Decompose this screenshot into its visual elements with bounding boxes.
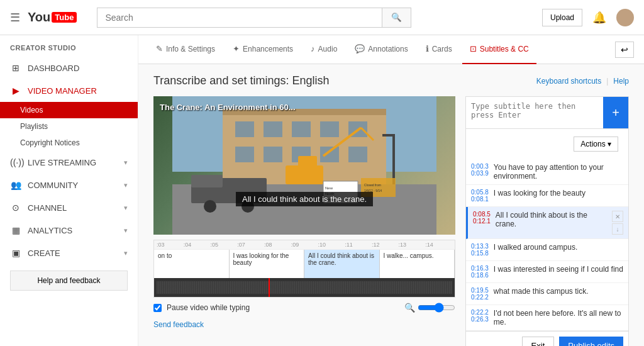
- sidebar-item-copyright[interactable]: Copyright Notices: [0, 135, 138, 151]
- timeline-clip-1[interactable]: on to: [154, 250, 230, 278]
- svg-rect-23: [382, 134, 395, 137]
- keyboard-shortcuts-link[interactable]: Keyboard shortcuts: [536, 77, 601, 86]
- subtitle-input-row: +: [466, 97, 628, 129]
- subtitle-times-1[interactable]: 0:00.30:03.9: [471, 163, 489, 177]
- subtitle-times-2[interactable]: 0:05.80:08.1: [471, 189, 489, 203]
- page-header-links: Keyboard shortcuts | Help: [536, 77, 629, 86]
- subtitle-item-3: 0:08.50:12.1 All I could think about is …: [466, 207, 628, 239]
- logo[interactable]: YouTube: [28, 10, 77, 25]
- topbar: ☰ YouTube 🔍 Upload 🔔: [0, 0, 644, 35]
- tab-enhancements[interactable]: ✦ Enhancements: [225, 35, 301, 64]
- svg-text:New: New: [325, 186, 333, 190]
- help-link[interactable]: Help: [613, 77, 629, 86]
- main-layout: CREATOR STUDIO ⊞ DASHBOARD ▶ VIDEO MANAG…: [0, 35, 644, 346]
- sidebar-label-create: CREATE: [28, 248, 118, 258]
- back-button[interactable]: ↩: [615, 42, 634, 58]
- search-input[interactable]: [97, 8, 382, 28]
- subtitle-item-5: 0:16.30:18.6 I was interested in seeing …: [466, 261, 628, 283]
- video-title-overlay: The Crane: An Environment in 60...: [160, 103, 296, 112]
- create-icon: ▣: [10, 248, 21, 258]
- zoom-slider[interactable]: [418, 303, 455, 313]
- bell-icon[interactable]: 🔔: [592, 11, 606, 25]
- timeline-clip-4[interactable]: I walke... campus.: [380, 250, 455, 278]
- sidebar-item-playlists[interactable]: Playlists: [0, 118, 138, 135]
- search-button[interactable]: 🔍: [382, 8, 411, 28]
- sidebar-item-analytics[interactable]: ▦ ANALYTICS ▾: [0, 219, 138, 242]
- community-arrow-icon: ▾: [124, 181, 128, 189]
- actions-button[interactable]: Actions ▾: [574, 137, 618, 152]
- sidebar-label-dashboard: DASHBOARD: [28, 64, 128, 73]
- subtitle-times-6[interactable]: 0:19.50:22.2: [471, 287, 489, 301]
- hamburger-icon[interactable]: ☰: [10, 11, 20, 25]
- send-feedback-link[interactable]: Send feedback: [153, 320, 204, 329]
- subtitle-item-2: 0:05.80:08.1 I was looking for the beaut…: [466, 185, 628, 207]
- sidebar-item-live[interactable]: ((·)) LIVE STREAMING ▾: [0, 151, 138, 174]
- tab-annotations-label: Annotations: [368, 45, 408, 53]
- page-inner: Transcribe and set timings: English Keyb…: [138, 64, 644, 346]
- logo-tube: Tube: [52, 12, 77, 23]
- subtitle-text-4[interactable]: I walked around campus.: [494, 243, 623, 252]
- subtitle-delete-button[interactable]: ✕: [612, 211, 623, 222]
- avatar[interactable]: [616, 9, 634, 26]
- tab-subtitles[interactable]: ⊡ Subtitles & CC: [462, 35, 536, 64]
- subtitle-text-3[interactable]: All I could think about is the crane.: [496, 211, 607, 228]
- subtitle-text-2[interactable]: I was looking for the beauty: [494, 189, 623, 198]
- community-icon: 👥: [10, 180, 21, 190]
- tab-info-label: Info & Settings: [166, 45, 215, 53]
- video-panel: New North Entrance Closed from 1/6/12 - …: [153, 96, 455, 346]
- sidebar-item-videos[interactable]: Videos: [0, 102, 138, 118]
- tab-annotations[interactable]: 💬 Annotations: [347, 35, 415, 64]
- subtitle-add-button[interactable]: +: [603, 97, 628, 128]
- exit-button[interactable]: Exit: [522, 337, 555, 346]
- page-title: Transcribe and set timings: English: [153, 74, 329, 87]
- subtitle-actions-3: ✕ ↓: [612, 211, 623, 235]
- subtitle-item-1: 0:00.30:03.9 You have to pay attention t…: [466, 159, 628, 185]
- sidebar-item-create[interactable]: ▣ CREATE ▾: [0, 242, 138, 264]
- tab-cards[interactable]: ℹ Cards: [418, 35, 460, 64]
- tabs-bar: ✎ Info & Settings ✦ Enhancements ♪ Audio…: [138, 35, 644, 64]
- subtitles-icon: ⊡: [470, 44, 477, 53]
- channel-arrow-icon: ▾: [124, 204, 128, 212]
- analytics-icon: ▦: [10, 225, 21, 235]
- svg-point-20: [204, 200, 216, 213]
- subtitle-item-7: 0:22.20:26.3 I'd not been here before. I…: [466, 305, 628, 331]
- subtitle-times-4[interactable]: 0:13.30:15.8: [471, 243, 489, 257]
- publish-button[interactable]: Publish edits: [559, 337, 623, 346]
- sidebar-label-community: COMMUNITY: [28, 181, 118, 190]
- subtitle-text-7[interactable]: I'd not been here before. It's all new t…: [494, 309, 623, 326]
- subtitle-item-6: 0:19.50:22.2 what made this campus tick.: [466, 283, 628, 305]
- topbar-right: Upload 🔔: [542, 9, 634, 26]
- upload-button[interactable]: Upload: [542, 9, 582, 26]
- svg-rect-9: [264, 147, 282, 162]
- sidebar-item-video-manager[interactable]: ▶ VIDEO MANAGER: [0, 79, 138, 102]
- svg-rect-19: [191, 175, 223, 187]
- sidebar-label-videos: Videos: [20, 106, 43, 114]
- sidebar-item-channel[interactable]: ⊙ CHANNEL ▾: [0, 196, 138, 219]
- subtitle-times-3[interactable]: 0:08.50:12.1: [473, 211, 491, 225]
- tab-audio-label: Audio: [318, 45, 338, 53]
- help-feedback-button[interactable]: Help and feedback: [10, 271, 128, 291]
- sidebar-item-community[interactable]: 👥 COMMUNITY ▾: [0, 174, 138, 196]
- timeline-clip-3[interactable]: All I could think about is the crane.: [304, 250, 380, 278]
- sidebar-item-dashboard[interactable]: ⊞ DASHBOARD: [0, 57, 138, 79]
- subtitle-times-5[interactable]: 0:16.30:18.6: [471, 265, 489, 279]
- timeline-clip-2[interactable]: I was looking for the beauty: [230, 250, 305, 278]
- tab-audio[interactable]: ♪ Audio: [303, 35, 345, 64]
- svg-rect-8: [235, 147, 254, 162]
- subtitle-text-6[interactable]: what made this campus tick.: [494, 287, 623, 296]
- zoom-out-icon[interactable]: 🔍: [404, 303, 415, 313]
- subtitle-item-4: 0:13.30:15.8 I walked around campus.: [466, 239, 628, 261]
- svg-rect-11: [320, 147, 339, 162]
- subtitle-move-button[interactable]: ↓: [612, 223, 623, 235]
- video-manager-icon: ▶: [10, 86, 21, 96]
- subtitle-times-7[interactable]: 0:22.20:26.3: [471, 309, 489, 323]
- subtitle-text-1[interactable]: You have to pay attention to your enviro…: [494, 163, 623, 181]
- subtitle-text-5[interactable]: I was interested in seeing if I could fi…: [494, 265, 623, 274]
- live-arrow-icon: ▾: [124, 159, 128, 167]
- tab-enhancements-label: Enhancements: [243, 45, 293, 53]
- tab-info[interactable]: ✎ Info & Settings: [148, 35, 223, 64]
- pause-checkbox[interactable]: [153, 304, 162, 312]
- subtitle-list: 0:00.30:03.9 You have to pay attention t…: [466, 159, 628, 331]
- subtitle-input[interactable]: [466, 97, 603, 128]
- tab-subtitles-label: Subtitles & CC: [480, 45, 529, 53]
